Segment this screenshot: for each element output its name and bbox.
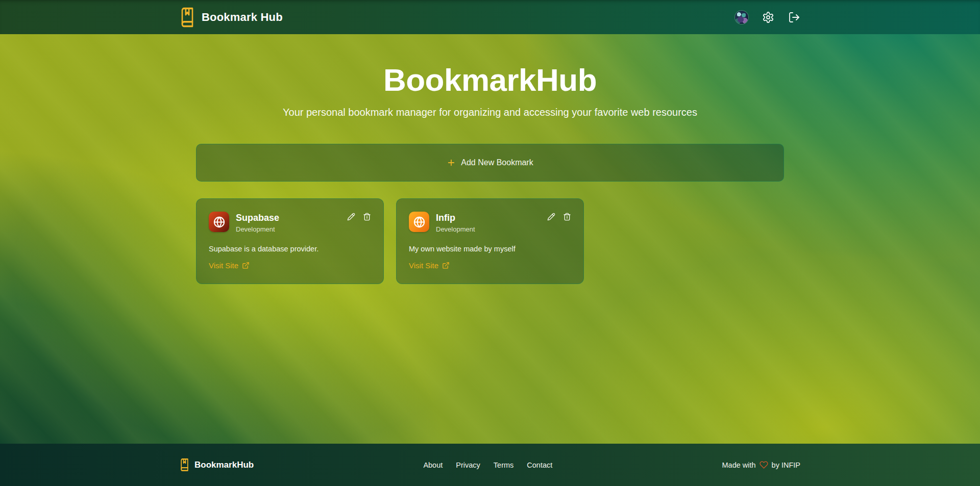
settings-gear-icon[interactable]: [762, 11, 774, 23]
page-subtitle: Your personal bookmark manager for organ…: [196, 107, 784, 118]
bookmark-grid: Supabase Development: [196, 198, 784, 284]
visit-site-label: Visit Site: [409, 261, 438, 270]
header-actions: [735, 11, 800, 24]
bookmark-description: My own website made by myself: [409, 245, 571, 253]
footer-link-about[interactable]: About: [423, 461, 443, 469]
heart-icon: [760, 461, 768, 469]
user-avatar[interactable]: [735, 11, 748, 24]
edit-pencil-icon[interactable]: [547, 213, 555, 221]
add-new-bookmark-label: Add New Bookmark: [461, 158, 533, 167]
header-brand[interactable]: Bookmark Hub: [180, 7, 283, 28]
bookmark-category: Development: [236, 225, 279, 233]
visit-site-label: Visit Site: [209, 261, 238, 270]
plus-icon: [447, 158, 456, 167]
edit-pencil-icon[interactable]: [347, 213, 355, 221]
bookmark-card: Infip Development: [396, 198, 584, 284]
footer-brand[interactable]: BookmarkHub: [180, 458, 254, 472]
footer-brand-title: BookmarkHub: [194, 460, 254, 470]
footer-links: About Privacy Terms Contact: [423, 461, 552, 469]
delete-trash-icon[interactable]: [563, 213, 571, 221]
visit-site-link[interactable]: Visit Site: [409, 261, 450, 270]
log-out-icon[interactable]: [788, 11, 800, 23]
main-content: BookmarkHub Your personal bookmark manag…: [0, 34, 980, 444]
bookmark-title: Supabase: [236, 213, 279, 223]
footer-link-privacy[interactable]: Privacy: [456, 461, 480, 469]
header-brand-title: Bookmark Hub: [202, 11, 283, 24]
app-footer: BookmarkHub About Privacy Terms Contact …: [0, 444, 980, 486]
hero-section: BookmarkHub Your personal bookmark manag…: [196, 34, 784, 118]
footer-link-terms[interactable]: Terms: [494, 461, 513, 469]
footer-link-contact[interactable]: Contact: [527, 461, 552, 469]
page-title: BookmarkHub: [196, 63, 784, 97]
bookmark-category: Development: [436, 225, 475, 233]
app-header: Bookmark Hub: [0, 0, 980, 34]
visit-site-link[interactable]: Visit Site: [209, 261, 250, 270]
external-link-icon: [242, 262, 250, 269]
book-marked-icon: [180, 458, 189, 472]
bookmark-card: Supabase Development: [196, 198, 384, 284]
footer-credit: Made with by INFIP: [722, 461, 800, 469]
add-new-bookmark-button[interactable]: Add New Bookmark: [196, 144, 784, 182]
bookmark-description: Supabase is a database provider.: [209, 245, 371, 253]
book-marked-icon: [180, 7, 195, 28]
credit-author-text: by INFIP: [772, 461, 800, 469]
made-with-text: Made with: [722, 461, 755, 469]
globe-icon: [409, 212, 429, 232]
delete-trash-icon[interactable]: [363, 213, 371, 221]
bookmark-title: Infip: [436, 213, 475, 223]
globe-icon: [209, 212, 229, 232]
external-link-icon: [442, 262, 450, 269]
